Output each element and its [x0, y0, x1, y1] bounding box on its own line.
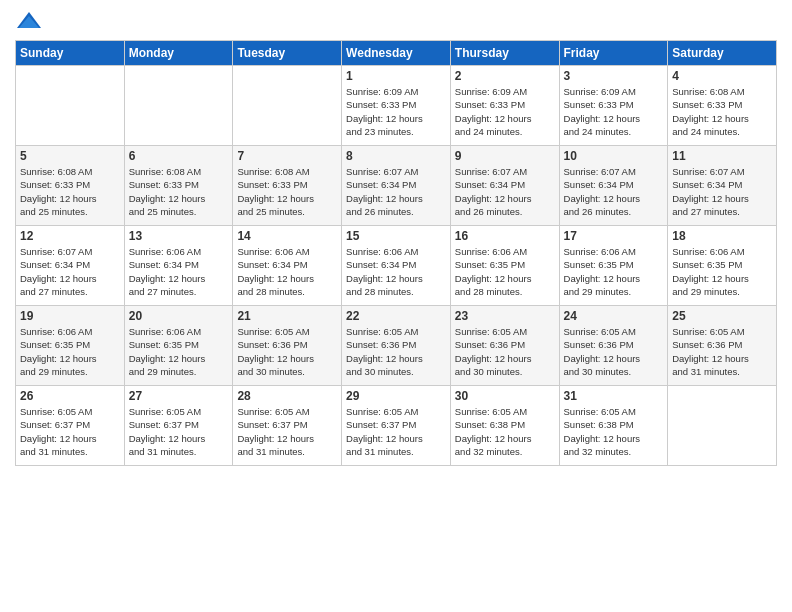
calendar-cell: 5Sunrise: 6:08 AM Sunset: 6:33 PM Daylig…	[16, 146, 125, 226]
day-info: Sunrise: 6:07 AM Sunset: 6:34 PM Dayligh…	[455, 165, 555, 218]
day-info: Sunrise: 6:05 AM Sunset: 6:36 PM Dayligh…	[564, 325, 664, 378]
calendar-cell: 22Sunrise: 6:05 AM Sunset: 6:36 PM Dayli…	[342, 306, 451, 386]
day-number: 7	[237, 149, 337, 163]
day-info: Sunrise: 6:06 AM Sunset: 6:34 PM Dayligh…	[129, 245, 229, 298]
calendar-cell: 7Sunrise: 6:08 AM Sunset: 6:33 PM Daylig…	[233, 146, 342, 226]
day-info: Sunrise: 6:09 AM Sunset: 6:33 PM Dayligh…	[564, 85, 664, 138]
day-info: Sunrise: 6:08 AM Sunset: 6:33 PM Dayligh…	[672, 85, 772, 138]
day-number: 24	[564, 309, 664, 323]
day-number: 16	[455, 229, 555, 243]
calendar-cell	[233, 66, 342, 146]
calendar-table: Sunday Monday Tuesday Wednesday Thursday…	[15, 40, 777, 466]
calendar-cell: 23Sunrise: 6:05 AM Sunset: 6:36 PM Dayli…	[450, 306, 559, 386]
calendar-week-row: 12Sunrise: 6:07 AM Sunset: 6:34 PM Dayli…	[16, 226, 777, 306]
day-info: Sunrise: 6:06 AM Sunset: 6:34 PM Dayligh…	[237, 245, 337, 298]
day-number: 27	[129, 389, 229, 403]
day-number: 3	[564, 69, 664, 83]
day-info: Sunrise: 6:06 AM Sunset: 6:35 PM Dayligh…	[129, 325, 229, 378]
calendar-cell	[668, 386, 777, 466]
day-info: Sunrise: 6:06 AM Sunset: 6:35 PM Dayligh…	[672, 245, 772, 298]
day-number: 11	[672, 149, 772, 163]
day-info: Sunrise: 6:07 AM Sunset: 6:34 PM Dayligh…	[346, 165, 446, 218]
header-wednesday: Wednesday	[342, 41, 451, 66]
day-info: Sunrise: 6:06 AM Sunset: 6:35 PM Dayligh…	[20, 325, 120, 378]
calendar-cell: 1Sunrise: 6:09 AM Sunset: 6:33 PM Daylig…	[342, 66, 451, 146]
calendar-cell: 2Sunrise: 6:09 AM Sunset: 6:33 PM Daylig…	[450, 66, 559, 146]
day-number: 22	[346, 309, 446, 323]
calendar-week-row: 5Sunrise: 6:08 AM Sunset: 6:33 PM Daylig…	[16, 146, 777, 226]
calendar-page: Sunday Monday Tuesday Wednesday Thursday…	[0, 0, 792, 481]
day-number: 12	[20, 229, 120, 243]
day-number: 9	[455, 149, 555, 163]
calendar-cell: 17Sunrise: 6:06 AM Sunset: 6:35 PM Dayli…	[559, 226, 668, 306]
calendar-cell: 12Sunrise: 6:07 AM Sunset: 6:34 PM Dayli…	[16, 226, 125, 306]
weekday-header-row: Sunday Monday Tuesday Wednesday Thursday…	[16, 41, 777, 66]
day-info: Sunrise: 6:09 AM Sunset: 6:33 PM Dayligh…	[346, 85, 446, 138]
calendar-cell: 9Sunrise: 6:07 AM Sunset: 6:34 PM Daylig…	[450, 146, 559, 226]
day-info: Sunrise: 6:05 AM Sunset: 6:37 PM Dayligh…	[20, 405, 120, 458]
calendar-cell: 6Sunrise: 6:08 AM Sunset: 6:33 PM Daylig…	[124, 146, 233, 226]
day-number: 21	[237, 309, 337, 323]
calendar-cell: 24Sunrise: 6:05 AM Sunset: 6:36 PM Dayli…	[559, 306, 668, 386]
calendar-cell: 31Sunrise: 6:05 AM Sunset: 6:38 PM Dayli…	[559, 386, 668, 466]
calendar-cell	[124, 66, 233, 146]
day-number: 30	[455, 389, 555, 403]
header-saturday: Saturday	[668, 41, 777, 66]
day-number: 26	[20, 389, 120, 403]
day-info: Sunrise: 6:05 AM Sunset: 6:36 PM Dayligh…	[672, 325, 772, 378]
calendar-cell: 25Sunrise: 6:05 AM Sunset: 6:36 PM Dayli…	[668, 306, 777, 386]
calendar-cell: 16Sunrise: 6:06 AM Sunset: 6:35 PM Dayli…	[450, 226, 559, 306]
day-info: Sunrise: 6:07 AM Sunset: 6:34 PM Dayligh…	[564, 165, 664, 218]
calendar-cell: 20Sunrise: 6:06 AM Sunset: 6:35 PM Dayli…	[124, 306, 233, 386]
logo-icon	[15, 10, 43, 32]
day-number: 6	[129, 149, 229, 163]
calendar-body: 1Sunrise: 6:09 AM Sunset: 6:33 PM Daylig…	[16, 66, 777, 466]
day-number: 8	[346, 149, 446, 163]
calendar-cell: 13Sunrise: 6:06 AM Sunset: 6:34 PM Dayli…	[124, 226, 233, 306]
calendar-cell: 10Sunrise: 6:07 AM Sunset: 6:34 PM Dayli…	[559, 146, 668, 226]
day-number: 1	[346, 69, 446, 83]
day-number: 17	[564, 229, 664, 243]
day-number: 29	[346, 389, 446, 403]
day-info: Sunrise: 6:08 AM Sunset: 6:33 PM Dayligh…	[20, 165, 120, 218]
day-number: 19	[20, 309, 120, 323]
day-number: 31	[564, 389, 664, 403]
day-info: Sunrise: 6:05 AM Sunset: 6:37 PM Dayligh…	[129, 405, 229, 458]
day-info: Sunrise: 6:06 AM Sunset: 6:34 PM Dayligh…	[346, 245, 446, 298]
calendar-cell: 30Sunrise: 6:05 AM Sunset: 6:38 PM Dayli…	[450, 386, 559, 466]
calendar-cell: 28Sunrise: 6:05 AM Sunset: 6:37 PM Dayli…	[233, 386, 342, 466]
day-number: 20	[129, 309, 229, 323]
day-info: Sunrise: 6:09 AM Sunset: 6:33 PM Dayligh…	[455, 85, 555, 138]
day-number: 23	[455, 309, 555, 323]
calendar-week-row: 1Sunrise: 6:09 AM Sunset: 6:33 PM Daylig…	[16, 66, 777, 146]
header-tuesday: Tuesday	[233, 41, 342, 66]
calendar-cell: 19Sunrise: 6:06 AM Sunset: 6:35 PM Dayli…	[16, 306, 125, 386]
header-sunday: Sunday	[16, 41, 125, 66]
calendar-cell: 15Sunrise: 6:06 AM Sunset: 6:34 PM Dayli…	[342, 226, 451, 306]
day-number: 14	[237, 229, 337, 243]
day-info: Sunrise: 6:06 AM Sunset: 6:35 PM Dayligh…	[564, 245, 664, 298]
day-number: 13	[129, 229, 229, 243]
calendar-week-row: 26Sunrise: 6:05 AM Sunset: 6:37 PM Dayli…	[16, 386, 777, 466]
day-number: 2	[455, 69, 555, 83]
logo	[15, 10, 47, 32]
day-info: Sunrise: 6:05 AM Sunset: 6:36 PM Dayligh…	[346, 325, 446, 378]
calendar-cell	[16, 66, 125, 146]
day-number: 15	[346, 229, 446, 243]
day-info: Sunrise: 6:06 AM Sunset: 6:35 PM Dayligh…	[455, 245, 555, 298]
header-monday: Monday	[124, 41, 233, 66]
header-thursday: Thursday	[450, 41, 559, 66]
calendar-cell: 29Sunrise: 6:05 AM Sunset: 6:37 PM Dayli…	[342, 386, 451, 466]
day-info: Sunrise: 6:05 AM Sunset: 6:38 PM Dayligh…	[455, 405, 555, 458]
day-info: Sunrise: 6:07 AM Sunset: 6:34 PM Dayligh…	[672, 165, 772, 218]
calendar-cell: 8Sunrise: 6:07 AM Sunset: 6:34 PM Daylig…	[342, 146, 451, 226]
day-number: 10	[564, 149, 664, 163]
day-info: Sunrise: 6:05 AM Sunset: 6:37 PM Dayligh…	[237, 405, 337, 458]
day-number: 18	[672, 229, 772, 243]
calendar-cell: 27Sunrise: 6:05 AM Sunset: 6:37 PM Dayli…	[124, 386, 233, 466]
day-info: Sunrise: 6:05 AM Sunset: 6:36 PM Dayligh…	[237, 325, 337, 378]
day-info: Sunrise: 6:05 AM Sunset: 6:36 PM Dayligh…	[455, 325, 555, 378]
day-info: Sunrise: 6:05 AM Sunset: 6:37 PM Dayligh…	[346, 405, 446, 458]
page-header	[15, 10, 777, 32]
calendar-cell: 14Sunrise: 6:06 AM Sunset: 6:34 PM Dayli…	[233, 226, 342, 306]
